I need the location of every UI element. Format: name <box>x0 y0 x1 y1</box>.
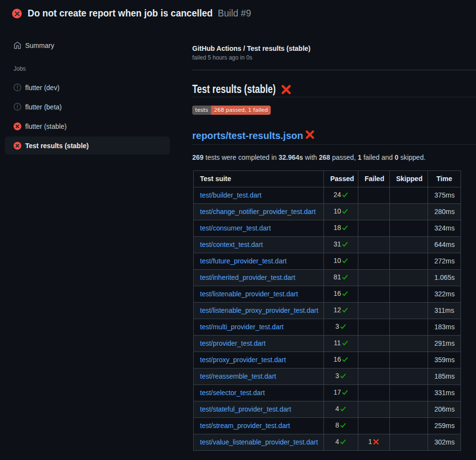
col-header-skipped: Skipped <box>390 171 428 187</box>
table-header-row: Test suitePassedFailedSkippedTime <box>194 171 461 187</box>
badge-label: tests <box>192 106 211 115</box>
passed-cell: 4 <box>324 434 358 451</box>
sidebar-summary-label: Summary <box>25 42 54 49</box>
skipped-cell <box>390 270 428 286</box>
time-cell: 183ms <box>428 319 461 336</box>
table-row: test/multi_provider_test.dart3183ms <box>194 319 461 336</box>
table-row: test/reassemble_test.dart3185ms <box>194 368 461 385</box>
table-row: test/builder_test.dart24375ms <box>194 187 461 204</box>
check-icon <box>342 241 348 250</box>
time-cell: 331ms <box>428 385 461 401</box>
table-row: test/future_provider_test.dart10272ms <box>194 253 461 270</box>
passed-cell: 12 <box>324 303 358 319</box>
passed-cell: 4 <box>324 401 358 418</box>
suite-link[interactable]: test/value_listenable_provider_test.dart <box>200 438 318 446</box>
passed-cell: 31 <box>324 237 358 253</box>
table-row: test/context_test.dart31644ms <box>194 237 461 253</box>
passed-cell: 24 <box>324 187 358 204</box>
time-cell: 302ms <box>428 434 461 451</box>
col-header-test-suite: Test suite <box>194 171 324 187</box>
suite-link[interactable]: test/listenable_proxy_provider_test.dart <box>200 307 318 314</box>
passed-cell: 8 <box>324 418 358 434</box>
check-icon <box>340 323 346 332</box>
badge-value: 268 passed, 1 failed <box>211 106 271 115</box>
x-icon <box>373 438 379 447</box>
failed-cell <box>358 385 390 401</box>
skipped-cell <box>390 401 428 418</box>
sidebar-job-label: flutter (dev) <box>25 84 60 92</box>
sidebar-job-flutter-dev-[interactable]: flutter (dev) <box>5 78 170 96</box>
failed-cell <box>358 319 390 336</box>
section-failed-icon <box>281 84 292 97</box>
suite-link[interactable]: test/consumer_test.dart <box>200 224 271 232</box>
section-title-row: Test results (stable) <box>192 83 297 96</box>
page-title: Do not create report when job is cancell… <box>28 8 213 18</box>
suite-link[interactable]: test/listenable_provider_test.dart <box>200 290 298 298</box>
divider-section <box>192 97 476 97</box>
x-circle-icon <box>14 123 21 130</box>
passed-cell: 10 <box>324 253 358 270</box>
check-icon <box>342 356 348 365</box>
sidebar-job-test-results-stable-[interactable]: Test results (stable) <box>5 137 170 154</box>
check-icon <box>342 389 348 398</box>
cancelled-icon <box>14 103 21 111</box>
passed-cell: 18 <box>324 220 358 237</box>
check-icon <box>342 339 348 349</box>
suite-link[interactable]: test/context_test.dart <box>200 241 263 248</box>
divider-report <box>192 144 476 145</box>
sidebar-item-summary[interactable]: Summary <box>5 36 170 54</box>
sidebar-job-label: flutter (beta) <box>25 103 61 111</box>
skipped-cell <box>390 204 428 220</box>
skipped-cell <box>390 352 428 368</box>
failed-cell <box>358 253 390 270</box>
table-row: test/listenable_provider_test.dart16322m… <box>194 286 461 303</box>
suite-link[interactable]: test/selector_test.dart <box>200 389 265 397</box>
suite-link[interactable]: test/multi_provider_test.dart <box>200 323 284 331</box>
table-row: test/listenable_proxy_provider_test.dart… <box>194 303 461 319</box>
x-circle-icon <box>14 142 21 150</box>
suite-link[interactable]: test/inherited_provider_test.dart <box>200 274 295 281</box>
home-icon <box>14 42 21 49</box>
time-cell: 1.065s <box>428 270 461 286</box>
results-table: Test suitePassedFailedSkippedTime test/b… <box>193 170 461 451</box>
time-cell: 644ms <box>428 237 461 253</box>
failed-cell <box>358 418 390 434</box>
skipped-cell <box>390 237 428 253</box>
report-link[interactable]: reports/test-results.json <box>192 130 303 141</box>
table-row: test/consumer_test.dart18324ms <box>194 220 461 237</box>
sidebar-job-flutter-beta-[interactable]: flutter (beta) <box>5 98 170 116</box>
suite-link[interactable]: test/provider_test.dart <box>200 339 265 347</box>
check-icon <box>340 438 346 447</box>
table-row: test/stream_provider_test.dart8259ms <box>194 418 461 434</box>
table-row: test/proxy_provider_test.dart16359ms <box>194 352 461 368</box>
col-header-failed: Failed <box>358 171 390 187</box>
time-cell: 272ms <box>428 253 461 270</box>
col-header-time: Time <box>428 171 461 187</box>
failed-cell: 1 <box>358 434 390 451</box>
failed-cell <box>358 237 390 253</box>
suite-link[interactable]: test/future_provider_test.dart <box>200 257 287 265</box>
suite-link[interactable]: test/proxy_provider_test.dart <box>200 356 286 364</box>
failed-cell <box>358 401 390 418</box>
sidebar-job-label: flutter (stable) <box>25 123 67 130</box>
skipped-cell <box>390 418 428 434</box>
passed-cell: 81 <box>324 270 358 286</box>
suite-link[interactable]: test/change_notifier_provider_test.dart <box>200 208 316 215</box>
failed-cell <box>358 270 390 286</box>
suite-link[interactable]: test/reassemble_test.dart <box>200 372 276 380</box>
time-cell: 311ms <box>428 303 461 319</box>
suite-link[interactable]: test/builder_test.dart <box>200 191 261 199</box>
suite-link[interactable]: test/stream_provider_test.dart <box>200 422 290 429</box>
skipped-cell <box>390 368 428 385</box>
sidebar-job-flutter-stable-[interactable]: flutter (stable) <box>5 117 170 135</box>
check-icon <box>342 208 348 217</box>
table-row: test/value_listenable_provider_test.dart… <box>194 434 461 451</box>
skipped-cell <box>390 286 428 303</box>
time-cell: 259ms <box>428 418 461 434</box>
divider-top <box>192 70 476 70</box>
failed-cell <box>358 352 390 368</box>
skipped-cell <box>390 319 428 336</box>
suite-link[interactable]: test/stateful_provider_test.dart <box>200 405 291 413</box>
table-row: test/change_notifier_provider_test.dart1… <box>194 204 461 220</box>
failed-cell <box>358 303 390 319</box>
